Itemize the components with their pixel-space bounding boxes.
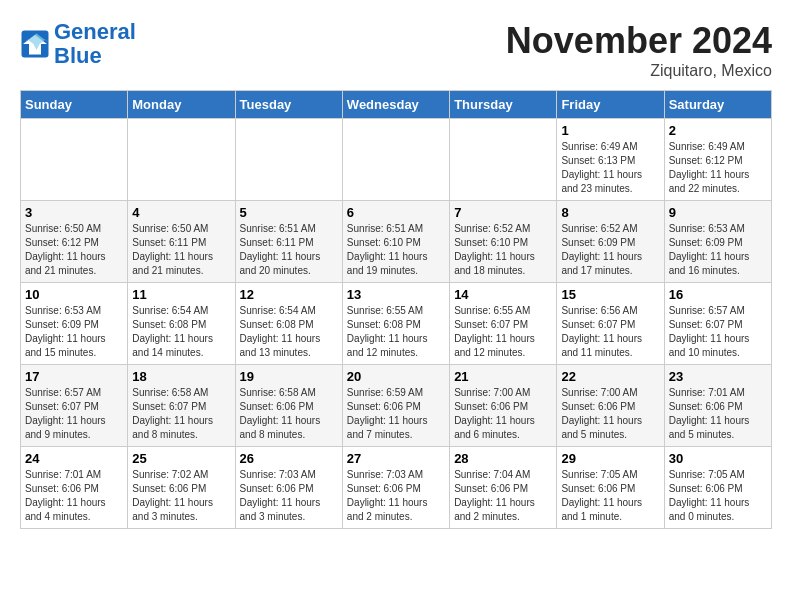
week-row-1: 3Sunrise: 6:50 AMSunset: 6:12 PMDaylight… [21,201,772,283]
day-cell: 12Sunrise: 6:54 AMSunset: 6:08 PMDayligh… [235,283,342,365]
day-info: Sunrise: 7:05 AMSunset: 6:06 PMDaylight:… [669,468,767,524]
header-wednesday: Wednesday [342,91,449,119]
header-sunday: Sunday [21,91,128,119]
day-number: 9 [669,205,767,220]
day-number: 16 [669,287,767,302]
day-number: 7 [454,205,552,220]
day-info: Sunrise: 7:01 AMSunset: 6:06 PMDaylight:… [669,386,767,442]
day-number: 3 [25,205,123,220]
day-cell: 4Sunrise: 6:50 AMSunset: 6:11 PMDaylight… [128,201,235,283]
day-cell: 8Sunrise: 6:52 AMSunset: 6:09 PMDaylight… [557,201,664,283]
day-info: Sunrise: 7:02 AMSunset: 6:06 PMDaylight:… [132,468,230,524]
month-title: November 2024 [506,20,772,62]
day-cell: 9Sunrise: 6:53 AMSunset: 6:09 PMDaylight… [664,201,771,283]
day-number: 25 [132,451,230,466]
day-info: Sunrise: 6:50 AMSunset: 6:12 PMDaylight:… [25,222,123,278]
day-info: Sunrise: 6:58 AMSunset: 6:07 PMDaylight:… [132,386,230,442]
title-block: November 2024 Ziquitaro, Mexico [506,20,772,80]
day-info: Sunrise: 6:55 AMSunset: 6:07 PMDaylight:… [454,304,552,360]
week-row-2: 10Sunrise: 6:53 AMSunset: 6:09 PMDayligh… [21,283,772,365]
page-header: General Blue November 2024 Ziquitaro, Me… [20,20,772,80]
day-cell: 11Sunrise: 6:54 AMSunset: 6:08 PMDayligh… [128,283,235,365]
header-monday: Monday [128,91,235,119]
day-info: Sunrise: 6:53 AMSunset: 6:09 PMDaylight:… [669,222,767,278]
day-cell [128,119,235,201]
day-cell [450,119,557,201]
day-number: 29 [561,451,659,466]
day-number: 24 [25,451,123,466]
logo-icon [20,29,50,59]
day-cell [342,119,449,201]
logo-text: General Blue [54,20,136,68]
day-cell: 21Sunrise: 7:00 AMSunset: 6:06 PMDayligh… [450,365,557,447]
day-info: Sunrise: 6:50 AMSunset: 6:11 PMDaylight:… [132,222,230,278]
day-number: 21 [454,369,552,384]
day-cell: 16Sunrise: 6:57 AMSunset: 6:07 PMDayligh… [664,283,771,365]
day-info: Sunrise: 6:53 AMSunset: 6:09 PMDaylight:… [25,304,123,360]
day-cell [21,119,128,201]
day-cell: 26Sunrise: 7:03 AMSunset: 6:06 PMDayligh… [235,447,342,529]
day-number: 10 [25,287,123,302]
logo-line1: General [54,19,136,44]
day-number: 5 [240,205,338,220]
day-cell: 19Sunrise: 6:58 AMSunset: 6:06 PMDayligh… [235,365,342,447]
day-number: 17 [25,369,123,384]
day-cell: 27Sunrise: 7:03 AMSunset: 6:06 PMDayligh… [342,447,449,529]
day-info: Sunrise: 6:56 AMSunset: 6:07 PMDaylight:… [561,304,659,360]
day-cell: 6Sunrise: 6:51 AMSunset: 6:10 PMDaylight… [342,201,449,283]
day-info: Sunrise: 6:54 AMSunset: 6:08 PMDaylight:… [132,304,230,360]
day-number: 15 [561,287,659,302]
day-info: Sunrise: 6:52 AMSunset: 6:10 PMDaylight:… [454,222,552,278]
day-number: 20 [347,369,445,384]
day-info: Sunrise: 6:49 AMSunset: 6:12 PMDaylight:… [669,140,767,196]
day-number: 28 [454,451,552,466]
header-saturday: Saturday [664,91,771,119]
day-number: 2 [669,123,767,138]
day-info: Sunrise: 7:00 AMSunset: 6:06 PMDaylight:… [454,386,552,442]
day-number: 23 [669,369,767,384]
day-info: Sunrise: 6:52 AMSunset: 6:09 PMDaylight:… [561,222,659,278]
day-cell: 15Sunrise: 6:56 AMSunset: 6:07 PMDayligh… [557,283,664,365]
day-cell: 1Sunrise: 6:49 AMSunset: 6:13 PMDaylight… [557,119,664,201]
day-cell: 20Sunrise: 6:59 AMSunset: 6:06 PMDayligh… [342,365,449,447]
day-cell: 24Sunrise: 7:01 AMSunset: 6:06 PMDayligh… [21,447,128,529]
day-number: 18 [132,369,230,384]
header-tuesday: Tuesday [235,91,342,119]
header-friday: Friday [557,91,664,119]
day-number: 19 [240,369,338,384]
week-row-0: 1Sunrise: 6:49 AMSunset: 6:13 PMDaylight… [21,119,772,201]
day-cell: 25Sunrise: 7:02 AMSunset: 6:06 PMDayligh… [128,447,235,529]
day-info: Sunrise: 7:00 AMSunset: 6:06 PMDaylight:… [561,386,659,442]
day-info: Sunrise: 6:55 AMSunset: 6:08 PMDaylight:… [347,304,445,360]
day-number: 14 [454,287,552,302]
calendar-table: SundayMondayTuesdayWednesdayThursdayFrid… [20,90,772,529]
day-cell: 18Sunrise: 6:58 AMSunset: 6:07 PMDayligh… [128,365,235,447]
day-number: 26 [240,451,338,466]
day-info: Sunrise: 6:58 AMSunset: 6:06 PMDaylight:… [240,386,338,442]
calendar-header-row: SundayMondayTuesdayWednesdayThursdayFrid… [21,91,772,119]
day-number: 11 [132,287,230,302]
day-cell: 10Sunrise: 6:53 AMSunset: 6:09 PMDayligh… [21,283,128,365]
day-cell: 22Sunrise: 7:00 AMSunset: 6:06 PMDayligh… [557,365,664,447]
day-cell: 23Sunrise: 7:01 AMSunset: 6:06 PMDayligh… [664,365,771,447]
day-number: 27 [347,451,445,466]
day-info: Sunrise: 6:51 AMSunset: 6:11 PMDaylight:… [240,222,338,278]
day-number: 1 [561,123,659,138]
week-row-4: 24Sunrise: 7:01 AMSunset: 6:06 PMDayligh… [21,447,772,529]
day-cell: 2Sunrise: 6:49 AMSunset: 6:12 PMDaylight… [664,119,771,201]
logo-line2: Blue [54,43,102,68]
day-cell: 17Sunrise: 6:57 AMSunset: 6:07 PMDayligh… [21,365,128,447]
day-info: Sunrise: 6:57 AMSunset: 6:07 PMDaylight:… [25,386,123,442]
day-info: Sunrise: 7:01 AMSunset: 6:06 PMDaylight:… [25,468,123,524]
day-cell: 29Sunrise: 7:05 AMSunset: 6:06 PMDayligh… [557,447,664,529]
day-cell: 14Sunrise: 6:55 AMSunset: 6:07 PMDayligh… [450,283,557,365]
header-thursday: Thursday [450,91,557,119]
day-info: Sunrise: 6:49 AMSunset: 6:13 PMDaylight:… [561,140,659,196]
day-cell [235,119,342,201]
day-info: Sunrise: 6:54 AMSunset: 6:08 PMDaylight:… [240,304,338,360]
day-number: 8 [561,205,659,220]
location: Ziquitaro, Mexico [506,62,772,80]
day-info: Sunrise: 6:51 AMSunset: 6:10 PMDaylight:… [347,222,445,278]
week-row-3: 17Sunrise: 6:57 AMSunset: 6:07 PMDayligh… [21,365,772,447]
day-info: Sunrise: 7:04 AMSunset: 6:06 PMDaylight:… [454,468,552,524]
